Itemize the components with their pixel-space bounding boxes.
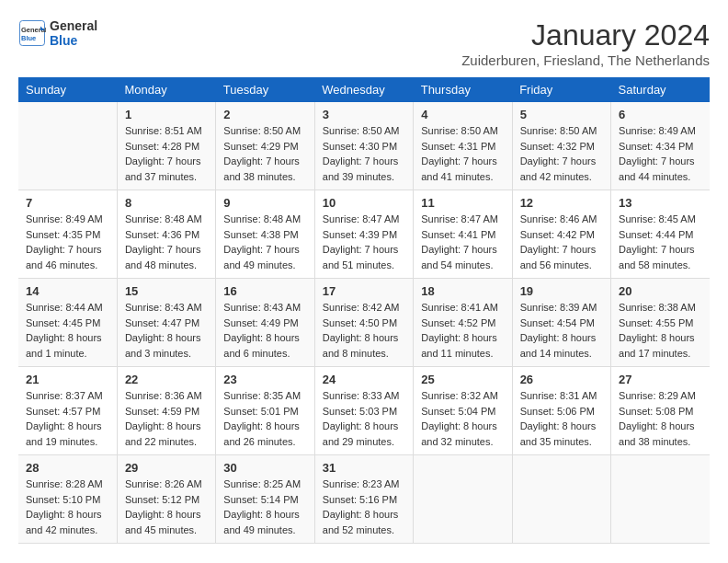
day-number: 29 xyxy=(125,461,208,475)
logo-blue: Blue xyxy=(50,33,97,48)
day-number: 23 xyxy=(223,373,306,386)
day-number: 3 xyxy=(323,108,405,121)
calendar-cell: 8Sunrise: 8:48 AMSunset: 4:36 PMDaylight… xyxy=(117,190,215,279)
logo-general: General xyxy=(50,18,97,33)
day-info: Sunrise: 8:46 AMSunset: 4:42 PMDaylight:… xyxy=(520,212,603,272)
header-thursday: Thursday xyxy=(414,77,512,102)
day-number: 15 xyxy=(125,284,208,298)
day-number: 14 xyxy=(26,284,109,298)
calendar-cell xyxy=(18,102,117,190)
calendar-cell: 6Sunrise: 8:49 AMSunset: 4:34 PMDaylight… xyxy=(611,102,710,190)
calendar-cell: 31Sunrise: 8:23 AMSunset: 5:16 PMDayligh… xyxy=(314,455,413,544)
day-number: 22 xyxy=(125,373,208,386)
location-subtitle: Zuiderburen, Friesland, The Netherlands xyxy=(461,52,710,68)
title-block: January 2024 Zuiderburen, Friesland, The… xyxy=(461,18,710,68)
day-info: Sunrise: 8:29 AMSunset: 5:08 PMDaylight:… xyxy=(619,388,702,449)
day-number: 21 xyxy=(26,373,109,386)
day-info: Sunrise: 8:31 AMSunset: 5:06 PMDaylight:… xyxy=(520,388,603,449)
calendar-cell: 24Sunrise: 8:33 AMSunset: 5:03 PMDayligh… xyxy=(314,367,413,455)
day-number: 2 xyxy=(223,108,306,121)
day-number: 13 xyxy=(619,196,702,210)
day-number: 18 xyxy=(421,284,504,298)
day-number: 17 xyxy=(323,284,405,298)
day-info: Sunrise: 8:25 AMSunset: 5:14 PMDaylight:… xyxy=(223,477,306,537)
month-title: January 2024 xyxy=(461,18,710,52)
page-header: General Blue General Blue January 2024 Z… xyxy=(18,18,710,68)
day-number: 28 xyxy=(26,461,109,475)
day-number: 19 xyxy=(520,284,603,298)
logo-icon: General Blue xyxy=(18,19,46,47)
calendar-cell: 21Sunrise: 8:37 AMSunset: 4:57 PMDayligh… xyxy=(18,367,117,455)
day-info: Sunrise: 8:48 AMSunset: 4:38 PMDaylight:… xyxy=(223,212,306,272)
calendar-cell: 9Sunrise: 8:48 AMSunset: 4:38 PMDaylight… xyxy=(216,190,314,279)
logo: General Blue General Blue xyxy=(18,18,97,48)
day-info: Sunrise: 8:41 AMSunset: 4:52 PMDaylight:… xyxy=(421,300,504,361)
calendar-cell: 20Sunrise: 8:38 AMSunset: 4:55 PMDayligh… xyxy=(611,279,710,367)
header-friday: Friday xyxy=(512,77,610,102)
day-info: Sunrise: 8:23 AMSunset: 5:16 PMDaylight:… xyxy=(323,477,405,537)
day-number: 27 xyxy=(619,373,702,386)
day-info: Sunrise: 8:26 AMSunset: 5:12 PMDaylight:… xyxy=(125,477,208,537)
day-number: 11 xyxy=(421,196,504,210)
calendar-header-row: Sunday Monday Tuesday Wednesday Thursday… xyxy=(18,77,710,102)
header-saturday: Saturday xyxy=(611,77,710,102)
day-info: Sunrise: 8:44 AMSunset: 4:45 PMDaylight:… xyxy=(26,300,109,361)
calendar-cell: 23Sunrise: 8:35 AMSunset: 5:01 PMDayligh… xyxy=(216,367,314,455)
calendar-cell: 22Sunrise: 8:36 AMSunset: 4:59 PMDayligh… xyxy=(117,367,215,455)
day-info: Sunrise: 8:33 AMSunset: 5:03 PMDaylight:… xyxy=(323,388,405,449)
day-number: 30 xyxy=(223,461,306,475)
header-wednesday: Wednesday xyxy=(314,77,413,102)
day-info: Sunrise: 8:49 AMSunset: 4:34 PMDaylight:… xyxy=(619,123,702,184)
calendar-cell: 30Sunrise: 8:25 AMSunset: 5:14 PMDayligh… xyxy=(216,455,314,544)
day-info: Sunrise: 8:45 AMSunset: 4:44 PMDaylight:… xyxy=(619,212,702,272)
day-info: Sunrise: 8:36 AMSunset: 4:59 PMDaylight:… xyxy=(125,388,208,449)
day-number: 16 xyxy=(223,284,306,298)
day-number: 6 xyxy=(619,108,702,121)
calendar-week-row: 14Sunrise: 8:44 AMSunset: 4:45 PMDayligh… xyxy=(18,279,710,367)
calendar-cell: 29Sunrise: 8:26 AMSunset: 5:12 PMDayligh… xyxy=(117,455,215,544)
calendar-cell: 18Sunrise: 8:41 AMSunset: 4:52 PMDayligh… xyxy=(414,279,512,367)
day-info: Sunrise: 8:43 AMSunset: 4:49 PMDaylight:… xyxy=(223,300,306,361)
calendar-cell xyxy=(414,455,512,544)
day-info: Sunrise: 8:38 AMSunset: 4:55 PMDaylight:… xyxy=(619,300,702,361)
calendar-cell: 12Sunrise: 8:46 AMSunset: 4:42 PMDayligh… xyxy=(512,190,610,279)
day-number: 24 xyxy=(323,373,405,386)
day-info: Sunrise: 8:35 AMSunset: 5:01 PMDaylight:… xyxy=(223,388,306,449)
calendar-week-row: 7Sunrise: 8:49 AMSunset: 4:35 PMDaylight… xyxy=(18,190,710,279)
day-number: 9 xyxy=(223,196,306,210)
calendar-cell: 4Sunrise: 8:50 AMSunset: 4:31 PMDaylight… xyxy=(414,102,512,190)
day-number: 31 xyxy=(323,461,405,475)
calendar-cell: 15Sunrise: 8:43 AMSunset: 4:47 PMDayligh… xyxy=(117,279,215,367)
calendar-cell xyxy=(512,455,610,544)
calendar-cell: 16Sunrise: 8:43 AMSunset: 4:49 PMDayligh… xyxy=(216,279,314,367)
svg-text:Blue: Blue xyxy=(21,34,36,42)
calendar-cell: 10Sunrise: 8:47 AMSunset: 4:39 PMDayligh… xyxy=(314,190,413,279)
calendar-cell: 13Sunrise: 8:45 AMSunset: 4:44 PMDayligh… xyxy=(611,190,710,279)
calendar-week-row: 1Sunrise: 8:51 AMSunset: 4:28 PMDaylight… xyxy=(18,102,710,190)
day-info: Sunrise: 8:39 AMSunset: 4:54 PMDaylight:… xyxy=(520,300,603,361)
day-info: Sunrise: 8:47 AMSunset: 4:41 PMDaylight:… xyxy=(421,212,504,272)
calendar-cell: 2Sunrise: 8:50 AMSunset: 4:29 PMDaylight… xyxy=(216,102,314,190)
day-number: 7 xyxy=(26,196,109,210)
day-info: Sunrise: 8:50 AMSunset: 4:32 PMDaylight:… xyxy=(520,123,603,184)
calendar-cell: 14Sunrise: 8:44 AMSunset: 4:45 PMDayligh… xyxy=(18,279,117,367)
day-info: Sunrise: 8:51 AMSunset: 4:28 PMDaylight:… xyxy=(125,123,208,184)
header-monday: Monday xyxy=(117,77,215,102)
day-info: Sunrise: 8:50 AMSunset: 4:31 PMDaylight:… xyxy=(421,123,504,184)
header-tuesday: Tuesday xyxy=(216,77,314,102)
day-info: Sunrise: 8:42 AMSunset: 4:50 PMDaylight:… xyxy=(323,300,405,361)
day-info: Sunrise: 8:47 AMSunset: 4:39 PMDaylight:… xyxy=(323,212,405,272)
calendar-cell: 1Sunrise: 8:51 AMSunset: 4:28 PMDaylight… xyxy=(117,102,215,190)
calendar-cell: 27Sunrise: 8:29 AMSunset: 5:08 PMDayligh… xyxy=(611,367,710,455)
calendar-week-row: 28Sunrise: 8:28 AMSunset: 5:10 PMDayligh… xyxy=(18,455,710,544)
day-number: 8 xyxy=(125,196,208,210)
calendar-cell: 7Sunrise: 8:49 AMSunset: 4:35 PMDaylight… xyxy=(18,190,117,279)
day-info: Sunrise: 8:28 AMSunset: 5:10 PMDaylight:… xyxy=(26,477,109,537)
calendar-cell: 5Sunrise: 8:50 AMSunset: 4:32 PMDaylight… xyxy=(512,102,610,190)
calendar-cell: 26Sunrise: 8:31 AMSunset: 5:06 PMDayligh… xyxy=(512,367,610,455)
calendar-cell: 17Sunrise: 8:42 AMSunset: 4:50 PMDayligh… xyxy=(314,279,413,367)
day-info: Sunrise: 8:50 AMSunset: 4:29 PMDaylight:… xyxy=(223,123,306,184)
calendar-cell: 25Sunrise: 8:32 AMSunset: 5:04 PMDayligh… xyxy=(414,367,512,455)
calendar-table: Sunday Monday Tuesday Wednesday Thursday… xyxy=(18,77,710,544)
day-number: 12 xyxy=(520,196,603,210)
